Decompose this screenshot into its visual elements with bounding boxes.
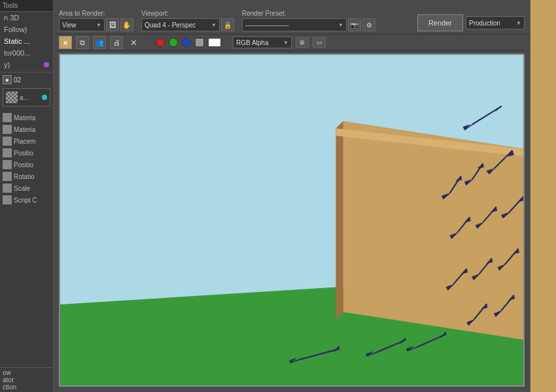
sidebar-item-static[interactable]: Static ... <box>0 35 53 47</box>
area-to-render-label: Area to Render: <box>59 10 133 17</box>
viewport-select: Quad 4 - Perspec ▼ 🔒 <box>141 18 234 31</box>
gray-swatch[interactable] <box>195 38 204 47</box>
sidebar-section-item-a[interactable]: a... <box>5 90 48 105</box>
view-mode-btn-1[interactable]: ⊞ <box>296 37 309 48</box>
view-mode-btn-2[interactable]: ▭ <box>313 37 326 48</box>
sidebar-ator-label: ator <box>3 376 50 384</box>
sidebar-item-follow[interactable]: Follow) <box>0 24 53 35</box>
sidebar-tools-label: Tools <box>3 2 18 9</box>
bottom-icon-mat1 <box>3 113 12 122</box>
gear-icon-btn[interactable]: ⚙ <box>362 18 375 31</box>
bottom-icon-place <box>3 137 12 146</box>
sidebar-ow-label: ow <box>3 369 50 376</box>
scene-svg <box>60 55 523 385</box>
print-icon-btn[interactable]: 🖨 <box>110 36 123 49</box>
sidebar-bottom-labels: ow ator ction <box>0 367 53 392</box>
viewport-label: Viewport: <box>141 10 234 17</box>
bottom-item-rot[interactable]: Rotatio <box>0 171 53 182</box>
bottom-icon-pos1 <box>3 148 12 157</box>
dot-purple-indicator <box>44 62 49 67</box>
cam-icon-btn[interactable]: 📷 <box>348 18 361 31</box>
badge-icon: ■ <box>3 75 12 84</box>
bottom-icon-pos2 <box>3 160 12 169</box>
preset-select-arrow: ▼ <box>338 22 343 28</box>
bottom-item-mat1[interactable]: Materia <box>0 112 53 123</box>
green-color-dot[interactable] <box>169 38 178 47</box>
bottom-icon-scale <box>3 184 12 193</box>
bottom-icon-rot <box>3 172 12 181</box>
people-icon-btn[interactable]: 👥 <box>93 36 106 49</box>
bottom-item-pos2[interactable]: Positio <box>0 159 53 171</box>
red-color-dot[interactable] <box>156 38 165 47</box>
render-btn-group: Render Production ▼ <box>417 14 525 31</box>
channel-select-arrow: ▼ <box>283 40 288 46</box>
bottom-item-script[interactable]: Script C <box>0 194 53 206</box>
render-preset-label: Render Preset: <box>242 10 375 17</box>
lock-btn[interactable]: 🔒 <box>221 18 234 31</box>
quality-select-box[interactable]: Production ▼ <box>466 16 525 29</box>
sidebar-item-n3d[interactable]: n 3D <box>0 12 53 24</box>
area-to-render-group: Area to Render: View ▼ 🖼 ✋ <box>59 10 133 31</box>
area-select-arrow: ▼ <box>96 22 101 28</box>
sidebar-item-y[interactable]: y) <box>0 59 53 71</box>
viewport-select-arrow: ▼ <box>211 22 217 28</box>
area-select-box[interactable]: View ▼ <box>59 18 105 31</box>
preset-select-box[interactable]: -------------------- ▼ <box>242 18 347 31</box>
render-canvas-wrapper <box>54 51 530 392</box>
bottom-list: Materia Materia Placem Positio Positio R… <box>0 112 53 367</box>
white-swatch[interactable] <box>208 38 221 47</box>
area-icon-btn-1[interactable]: 🖼 <box>106 18 119 31</box>
quality-select-arrow: ▼ <box>516 20 521 26</box>
render-toolbar-row2: ■ ⧉ 👥 🖨 ✕ RGB Alpha ▼ ⊞ ▭ <box>54 35 530 51</box>
bottom-item-mat2[interactable]: Materia <box>0 123 53 135</box>
right-panel <box>530 0 556 392</box>
svg-marker-3 <box>336 121 343 319</box>
render-canvas <box>59 54 525 387</box>
sidebar-ction-label: ction <box>3 384 50 391</box>
render-action-group: Render Production ▼ <box>417 4 525 31</box>
render-preset-group: Render Preset: -------------------- ▼ 📷 … <box>242 10 375 31</box>
bottom-item-pos1[interactable]: Positio <box>0 147 53 159</box>
main-area: Area to Render: View ▼ 🖼 ✋ Viewport: Qua… <box>54 0 530 392</box>
render-preset-select: -------------------- ▼ 📷 ⚙ <box>242 18 375 31</box>
sidebar-thumb-a <box>6 91 18 103</box>
sidebar-badge-section: ■ 02 <box>0 74 53 86</box>
bottom-icon-mat2 <box>3 125 12 134</box>
sidebar-material-section: a... <box>3 88 50 106</box>
channel-select-box[interactable]: RGB Alpha ▼ <box>233 37 292 48</box>
bottom-item-place[interactable]: Placem <box>0 135 53 147</box>
area-to-render-select: View ▼ 🖼 ✋ <box>59 18 133 31</box>
dot-teal-indicator <box>42 95 47 100</box>
sidebar-divider-1 <box>0 72 53 73</box>
left-sidebar: Tools n 3D Follow) Static ... tor000... … <box>0 0 54 392</box>
bottom-item-scale[interactable]: Scale <box>0 182 53 194</box>
blue-color-dot[interactable] <box>182 38 191 47</box>
svg-marker-2 <box>343 121 523 341</box>
render-button[interactable]: Render <box>417 14 463 31</box>
render-toolbar-row1: Area to Render: View ▼ 🖼 ✋ Viewport: Qua… <box>54 0 530 35</box>
frame-icon-btn[interactable]: ■ <box>59 36 72 49</box>
viewport-group: Viewport: Quad 4 - Perspec ▼ 🔒 <box>141 10 234 31</box>
bottom-icon-script <box>3 195 12 204</box>
viewport-select-box[interactable]: Quad 4 - Perspec ▼ <box>141 18 220 31</box>
clone-icon-btn[interactable]: ⧉ <box>76 36 89 49</box>
sidebar-tools-header: Tools <box>0 0 53 12</box>
spacer-render <box>417 4 525 13</box>
sidebar-item-tor[interactable]: tor000... <box>0 47 53 59</box>
area-icon-btn-2[interactable]: ✋ <box>120 18 133 31</box>
close-icon-btn[interactable]: ✕ <box>127 36 140 49</box>
